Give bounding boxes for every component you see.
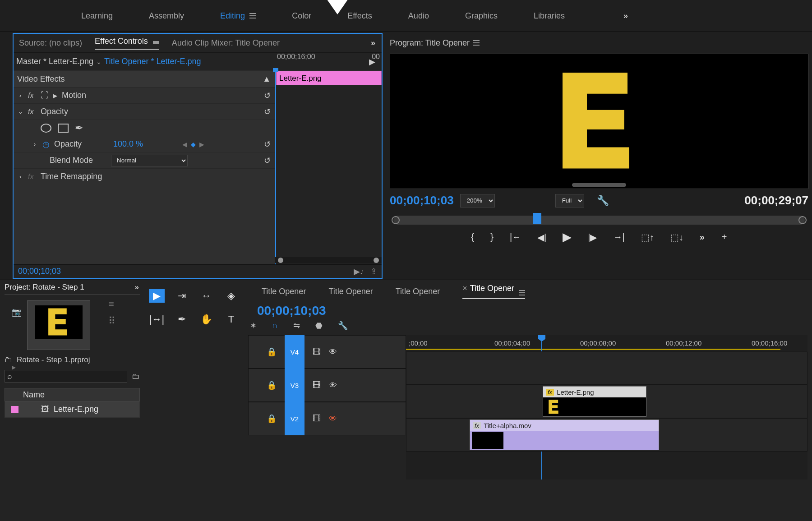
workspace-overflow-icon[interactable]: » xyxy=(623,11,629,21)
project-item[interactable]: 🖾 Letter-E.png xyxy=(5,401,140,418)
collapse-icon[interactable]: ▲ xyxy=(263,74,271,84)
effect-motion[interactable]: ›fx ⛶ ▸ Motion ↺ xyxy=(14,87,275,103)
rect-mask-icon[interactable] xyxy=(58,124,69,133)
transport-overflow-icon[interactable]: » xyxy=(700,232,706,242)
panel-menu-icon[interactable] xyxy=(153,41,159,44)
track-header-v3[interactable]: 🔒 V3 🎞 👁 xyxy=(248,369,406,402)
wrench-icon[interactable]: 🔧 xyxy=(338,321,348,331)
step-back-icon[interactable]: ◀| xyxy=(537,232,546,243)
video-effects-header[interactable]: Video Effects ▲ xyxy=(14,71,275,87)
program-viewport[interactable] xyxy=(390,54,808,189)
effect-timecode[interactable]: 00;00;10;03 xyxy=(18,267,61,276)
type-tool-icon[interactable]: T xyxy=(223,313,239,326)
extract-icon[interactable]: ⬚↓ xyxy=(670,232,683,243)
eye-icon[interactable]: 👁 xyxy=(329,381,337,390)
selection-tool-icon[interactable]: ▶ xyxy=(149,289,165,303)
workspace-libraries[interactable]: Libraries xyxy=(534,11,565,21)
project-search-input[interactable] xyxy=(5,370,127,383)
track-v3[interactable]: fxLetter-E.png xyxy=(406,385,807,418)
program-timecode[interactable]: 00;00;10;03 xyxy=(390,194,454,207)
add-button-icon[interactable]: + xyxy=(722,232,727,242)
tab-audio-mixer[interactable]: Audio Clip Mixer: Title Opener xyxy=(172,38,280,48)
ellipse-mask-icon[interactable] xyxy=(41,124,51,133)
stopwatch-icon[interactable]: ◷ xyxy=(42,139,50,149)
timeline-ruler[interactable]: ;00;00 00;00;04;00 00;00;08;00 00;00;12;… xyxy=(406,335,807,351)
prev-key-icon[interactable]: ◀ xyxy=(182,141,187,148)
eye-off-icon[interactable]: 👁 xyxy=(329,414,337,424)
ripple-tool-icon[interactable]: ↔ xyxy=(198,289,214,303)
clip-letter-e[interactable]: fxLetter-E.png xyxy=(543,386,646,417)
bin-icon[interactable]: 🗀 xyxy=(5,355,12,364)
close-tab-icon[interactable]: × xyxy=(462,284,467,293)
blend-mode-select[interactable]: Normal xyxy=(111,155,188,166)
camera-icon[interactable]: 📷 xyxy=(12,307,22,317)
sync-lock-icon[interactable]: 🎞 xyxy=(313,381,321,390)
hand-tool-icon[interactable]: ✋ xyxy=(198,313,214,326)
project-overflow-icon[interactable]: » xyxy=(135,283,140,292)
lock-icon[interactable]: 🔒 xyxy=(267,347,277,357)
workspace-effects[interactable]: Effects xyxy=(347,11,372,21)
workspace-learning[interactable]: Learning xyxy=(81,11,113,21)
program-menu-icon[interactable] xyxy=(473,40,480,46)
workspace-menu-icon[interactable] xyxy=(249,13,256,18)
next-key-icon[interactable]: ▶ xyxy=(199,141,204,148)
nest-icon[interactable]: ✶ xyxy=(250,321,257,331)
workspace-color[interactable]: Color xyxy=(292,11,311,21)
reset-blend-icon[interactable]: ↺ xyxy=(264,156,271,166)
effect-time-remapping[interactable]: ›fx Time Remapping xyxy=(14,168,275,184)
track-v4[interactable] xyxy=(406,351,807,385)
play-icon[interactable]: ▶ xyxy=(563,230,572,244)
settings-wrench-icon[interactable]: 🔧 xyxy=(597,195,609,207)
slip-tool-icon[interactable]: |↔| xyxy=(149,313,165,326)
workspace-editing[interactable]: Editing xyxy=(220,11,256,21)
step-fwd-icon[interactable]: |▶ xyxy=(588,232,597,243)
eye-icon[interactable]: 👁 xyxy=(329,347,337,357)
chevron-down-icon[interactable]: ⌄ xyxy=(96,58,102,65)
opacity-value-row[interactable]: › ◷ Opacity 100.0 % ◀◆▶ ↺ xyxy=(14,136,275,152)
sequence-tab-3[interactable]: ×Title Opener xyxy=(462,284,525,299)
workspace-assembly[interactable]: Assembly xyxy=(149,11,184,21)
play-thumb-icon[interactable]: ▸ xyxy=(12,362,22,372)
master-clip-label[interactable]: Master * Letter-E.png xyxy=(16,57,93,66)
export-frame-icon[interactable]: ⇪ xyxy=(370,267,377,277)
quality-select[interactable]: Full xyxy=(555,194,584,207)
sequence-tab-1[interactable]: Title Opener xyxy=(328,287,373,299)
reset-opacity-icon[interactable]: ↺ xyxy=(264,107,271,117)
lift-icon[interactable]: ⬚↑ xyxy=(641,232,654,243)
sequence-menu-icon[interactable] xyxy=(519,290,525,295)
project-thumbnail[interactable] xyxy=(27,300,90,350)
timeline-timecode[interactable]: 00;00;10;03 xyxy=(257,304,326,318)
reset-opacity-val-icon[interactable]: ↺ xyxy=(264,139,271,149)
mark-out-icon[interactable]: } xyxy=(490,232,494,242)
loop-icon[interactable]: ▶♪ xyxy=(354,267,364,277)
sequence-tab-2[interactable]: Title Opener xyxy=(396,287,440,299)
effect-clip-bar[interactable]: Letter-E.png xyxy=(276,71,382,85)
effect-scrollbar[interactable] xyxy=(275,257,382,263)
go-to-out-icon[interactable]: →| xyxy=(613,232,624,242)
work-area-bar[interactable] xyxy=(406,349,780,350)
add-key-icon[interactable]: ◆ xyxy=(191,141,196,148)
timeline-clip-label[interactable]: Title Opener * Letter-E.png xyxy=(104,57,201,66)
project-column-header[interactable]: Name xyxy=(5,388,140,401)
go-to-in-icon[interactable]: |← xyxy=(510,232,521,242)
effect-opacity[interactable]: ⌄fx Opacity ↺ xyxy=(14,103,275,120)
tab-effect-controls[interactable]: Effect Controls xyxy=(95,37,159,50)
track-select-tool-icon[interactable]: ⇥ xyxy=(174,289,189,303)
viewport-scroll-handle[interactable] xyxy=(572,183,626,187)
lock-icon[interactable]: 🔒 xyxy=(267,380,277,390)
project-tab[interactable]: Project: Rotate - Step 1 xyxy=(5,283,84,292)
program-tab[interactable]: Program: Title Opener xyxy=(390,38,470,48)
track-v2[interactable]: fxTitle+alpha.mov xyxy=(406,418,807,452)
zoom-select[interactable]: 200% xyxy=(460,194,495,207)
panel-overflow-icon[interactable]: » xyxy=(371,38,376,48)
track-header-v2[interactable]: 🔒 V2 🎞 👁 xyxy=(248,402,406,435)
linked-selection-icon[interactable]: ⇋ xyxy=(293,321,300,331)
sync-lock-icon[interactable]: 🎞 xyxy=(313,347,321,357)
lock-icon[interactable]: 🔒 xyxy=(267,414,277,424)
new-bin-icon[interactable]: 🗀 xyxy=(132,372,140,381)
pen-tool-icon[interactable]: ✒ xyxy=(174,313,189,326)
track-header-v4[interactable]: 🔒 V4 🎞 👁 xyxy=(248,335,406,369)
snap-icon[interactable]: ∩ xyxy=(272,321,278,331)
tracks-area[interactable]: ;00;00 00;00;04;00 00;00;08;00 00;00;12;… xyxy=(406,335,807,480)
workspace-graphics[interactable]: Graphics xyxy=(465,11,498,21)
